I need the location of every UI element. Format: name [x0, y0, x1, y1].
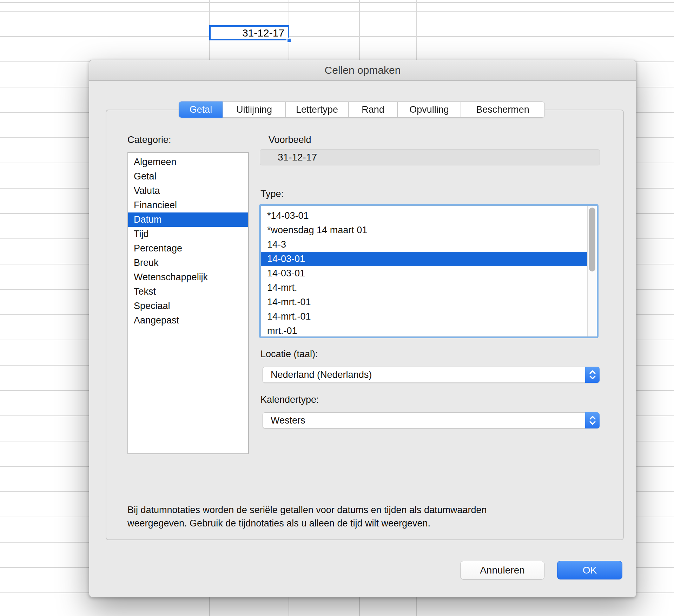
excel-spreadsheet-screen: 31-12-17 Cellen opmaken Getal Uitlijning… [0, 0, 674, 616]
tab-uitlijning[interactable]: Uitlijning [223, 101, 286, 118]
dialog-title: Cellen opmaken [325, 64, 401, 76]
grid-row-line [0, 2, 674, 3]
type-item[interactable]: mrt.-01 [261, 324, 588, 337]
tab-opvulling[interactable]: Opvulling [397, 101, 461, 118]
stepper-cap[interactable] [585, 367, 600, 383]
locale-value: Nederland (Nederlands) [271, 369, 372, 380]
format-cells-dialog: Cellen opmaken Getal Uitlijning Letterty… [89, 60, 636, 597]
description-line: Bij datumnotaties worden de seriële geta… [127, 503, 487, 517]
preview-label: Voorbeeld [269, 135, 311, 145]
category-item[interactable]: Aangepast [128, 313, 248, 328]
chevron-up-down-icon [589, 369, 596, 380]
fill-handle[interactable] [286, 38, 292, 43]
preview-box: 31-12-17 [260, 149, 600, 165]
type-item[interactable]: *woensdag 14 maart 01 [261, 223, 588, 237]
tab-label: Getal [190, 104, 212, 115]
cancel-button-label: Annuleren [480, 565, 525, 576]
type-list-scrollbar[interactable] [587, 206, 597, 336]
tab-lettertype[interactable]: Lettertype [285, 101, 349, 118]
category-item[interactable]: Tekst [128, 284, 248, 299]
locale-dropdown[interactable]: Nederland (Nederlands) [263, 367, 600, 383]
category-list: Algemeen Getal Valuta Financieel Datum T… [127, 152, 249, 454]
scrollbar-thumb[interactable] [589, 208, 595, 271]
type-item[interactable]: 14-mrt.-01 [261, 295, 588, 309]
type-items: *14-03-01 *woensdag 14 maart 01 14-3 14-… [261, 206, 597, 337]
tab-getal[interactable]: Getal [179, 101, 223, 118]
type-item[interactable]: 14-3 [261, 237, 588, 252]
category-item[interactable]: Algemeen [128, 155, 248, 169]
tab-label: Lettertype [296, 104, 338, 115]
stepper-cap[interactable] [585, 412, 600, 428]
tab-label: Rand [362, 104, 384, 115]
category-item[interactable]: Speciaal [128, 299, 248, 313]
tab-label: Opvulling [409, 104, 449, 115]
type-item[interactable]: 14-mrt.-01 [261, 309, 588, 324]
type-item[interactable]: *14-03-01 [261, 209, 588, 223]
tab-label: Uitlijning [236, 104, 272, 115]
type-item[interactable]: 14-03-01 [261, 266, 588, 281]
type-item[interactable]: 14-mrt. [261, 281, 588, 295]
locale-label: Locatie (taal): [260, 349, 318, 360]
cancel-button[interactable]: Annuleren [460, 561, 544, 579]
category-item[interactable]: Tijd [128, 227, 248, 241]
tab-label: Beschermen [476, 104, 529, 115]
category-item-selected[interactable]: Datum [128, 212, 248, 227]
preview-value: 31-12-17 [278, 152, 317, 163]
category-item[interactable]: Wetenschappelijk [128, 270, 248, 284]
ok-button-label: OK [583, 565, 597, 576]
type-item-selected[interactable]: 14-03-01 [261, 252, 588, 266]
chevron-up-down-icon [589, 415, 596, 426]
category-item[interactable]: Percentage [128, 241, 248, 256]
type-list: *14-03-01 *woensdag 14 maart 01 14-3 14-… [260, 205, 597, 337]
category-item[interactable]: Getal [128, 169, 248, 184]
type-label: Type: [260, 189, 284, 199]
category-item[interactable]: Valuta [128, 184, 248, 198]
dialog-titlebar[interactable]: Cellen opmaken [89, 60, 636, 81]
category-item[interactable]: Financieel [128, 198, 248, 212]
category-item[interactable]: Breuk [128, 256, 248, 270]
category-label: Categorie: [127, 135, 171, 145]
calendar-type-label: Kalendertype: [260, 394, 319, 405]
tab-bar: Getal Uitlijning Lettertype Rand Opvulli… [179, 101, 545, 118]
calendar-type-dropdown[interactable]: Westers [263, 412, 600, 428]
ok-button[interactable]: OK [557, 561, 622, 579]
description-line: weergegeven. Gebruik de tijdnotaties als… [127, 517, 487, 530]
tab-rand[interactable]: Rand [348, 101, 398, 118]
selected-cell[interactable]: 31-12-17 [209, 25, 289, 40]
calendar-type-value: Westers [271, 415, 305, 426]
description-text: Bij datumnotaties worden de seriële geta… [127, 503, 487, 530]
tab-beschermen[interactable]: Beschermen [461, 101, 545, 118]
selected-cell-value: 31-12-17 [242, 27, 284, 39]
